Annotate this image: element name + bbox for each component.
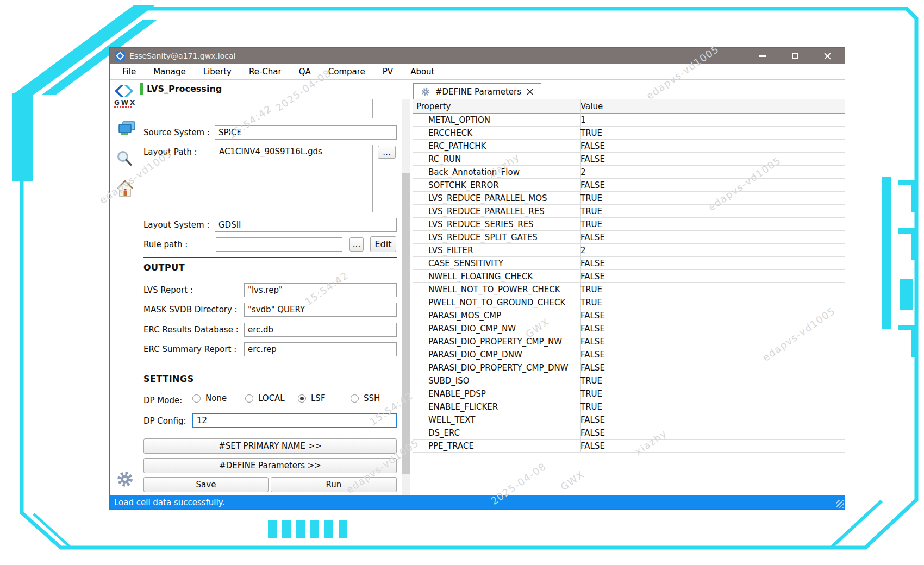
layout-path-browse-button[interactable]: ... (378, 146, 396, 159)
param-name: LVS_REDUCE_SPLIT_GATES (413, 233, 538, 242)
param-value: 2 (580, 246, 586, 255)
radio-circle[interactable] (351, 394, 359, 403)
table-row[interactable]: CASE_SENSITIVITYFALSE (413, 257, 845, 270)
tab-label: #DEFINE Parameters (435, 87, 521, 97)
param-value: FALSE (580, 233, 605, 242)
table-row[interactable]: ERC_PATHCHKFALSE (413, 140, 845, 153)
settings-heading: SETTINGS (143, 374, 194, 384)
set-primary-name-button[interactable]: #SET PRIMARY NAME >> (143, 438, 397, 454)
radio-option-ssh[interactable]: SSH (351, 393, 380, 403)
param-name: PARASI_MOS_CMP (413, 311, 501, 321)
param-name: ENABLE_FLICKER (413, 402, 498, 412)
radio-circle[interactable] (192, 394, 201, 403)
table-row[interactable]: ERCCHECKTRUE (413, 127, 845, 140)
table-row[interactable]: NWELL_FLOATING_CHECKFALSE (413, 270, 845, 283)
param-name: NWELL_FLOATING_CHECK (413, 272, 533, 281)
run-button[interactable]: Run (271, 477, 397, 492)
mask-svdb-label: MASK SVDB Directory : (143, 304, 238, 315)
minimize-button[interactable] (758, 52, 766, 60)
table-row[interactable]: LVS_REDUCE_PARALLEL_MOSTRUE (413, 192, 845, 205)
mask-svdb-input[interactable]: "svdb" QUERY (244, 303, 397, 317)
dp-mode-label: DP Mode: (143, 395, 182, 406)
param-value: TRUE (580, 402, 602, 412)
gear-icon[interactable] (117, 471, 133, 487)
param-value: FALSE (580, 350, 605, 360)
magnifier-icon[interactable] (117, 150, 132, 167)
rule-path-edit-button[interactable]: Edit (370, 236, 396, 252)
param-value: FALSE (580, 154, 605, 164)
rule-path-input[interactable] (216, 237, 342, 252)
table-row[interactable]: PARASI_DIO_CMP_NWFALSE (413, 322, 845, 335)
table-row[interactable]: ENABLE_FLICKERTRUE (413, 400, 845, 413)
rule-path-browse-button[interactable]: ... (349, 237, 364, 252)
layout-path-input[interactable]: AC1CINV4_90S9T16L.gds (215, 145, 373, 212)
radio-option-local[interactable]: LOCAL (245, 393, 285, 403)
column-property: Property (413, 102, 451, 111)
vertical-scrollbar[interactable] (402, 99, 410, 495)
radio-option-lsf[interactable]: LSF (298, 393, 326, 403)
table-row[interactable]: NWELL_NOT_TO_POWER_CHECKTRUE (413, 283, 845, 296)
status-text: Load cell data successfully. (114, 498, 224, 507)
resize-grip[interactable] (836, 500, 844, 508)
column-value: Value (580, 102, 603, 111)
dp-config-input[interactable]: 12 (192, 413, 397, 428)
table-row[interactable]: WELL_TEXTFALSE (413, 413, 845, 426)
app-window: EsseSanity@a171.gwx.local FileManageLibe… (109, 47, 845, 510)
menu-item-manage[interactable]: Manage (147, 67, 192, 77)
table-row[interactable]: SOFTCHK_ERRORFALSE (413, 179, 845, 192)
param-value: FALSE (580, 428, 605, 438)
menu-item-qa[interactable]: QA (293, 67, 317, 77)
page-title: LVS_Processing (147, 84, 222, 94)
param-value: FALSE (580, 180, 605, 190)
table-row[interactable]: LVS_REDUCE_SERIES_RESTRUE (413, 218, 845, 231)
tab-define-parameters[interactable]: #DEFINE Parameters (413, 83, 541, 99)
radio-circle[interactable] (298, 394, 306, 403)
scrollbar-thumb[interactable] (402, 173, 410, 474)
table-row[interactable]: Back_Annotation_Flow2 (413, 166, 845, 179)
monitor-icon[interactable] (118, 121, 136, 136)
decor-square (296, 520, 305, 538)
erc-summary-label: ERC Summary Report : (143, 344, 236, 355)
source-system-label: Source System : (143, 127, 210, 138)
param-name: WELL_TEXT (413, 415, 475, 425)
table-row[interactable]: PWELL_NOT_TO_GROUND_CHECKTRUE (413, 296, 845, 309)
save-button[interactable]: Save (143, 477, 269, 492)
param-value: FALSE (580, 324, 605, 334)
table-row[interactable]: LVS_REDUCE_PARALLEL_RESTRUE (413, 205, 845, 218)
param-value: FALSE (580, 311, 605, 321)
maximize-button[interactable] (790, 52, 799, 60)
param-value: FALSE (580, 441, 605, 451)
erc-summary-input[interactable]: erc.rep (244, 342, 397, 356)
table-row[interactable]: ENABLE_PDSPTRUE (413, 387, 845, 400)
menu-item-liberty[interactable]: Liberty (197, 67, 238, 77)
radio-label: SSH (364, 393, 380, 403)
table-row[interactable]: LVS_REDUCE_SPLIT_GATESFALSE (413, 231, 845, 244)
menu-item-rechar[interactable]: Re-Char (243, 67, 288, 77)
param-value: FALSE (580, 363, 605, 373)
param-value: FALSE (580, 259, 605, 268)
close-button[interactable] (823, 52, 832, 60)
radio-option-none[interactable]: None (192, 393, 227, 403)
table-header: Property Value (413, 99, 845, 114)
table-row[interactable]: PARASI_DIO_PROPERTY_CMP_DNWFALSE (413, 361, 845, 374)
menu-item-pv[interactable]: PV (377, 67, 399, 77)
table-row[interactable]: METAL_OPTION1 (413, 114, 845, 127)
status-bar: Load cell data successfully. (110, 495, 845, 509)
param-name: SOFTCHK_ERROR (413, 180, 499, 190)
erc-results-input[interactable]: erc.db (244, 323, 397, 337)
radio-circle[interactable] (245, 394, 253, 403)
gwx-logo-icon[interactable] (114, 84, 134, 98)
param-value: TRUE (580, 285, 602, 294)
menu-item-about[interactable]: About (404, 67, 440, 77)
table-row[interactable]: PARASI_MOS_CMPFALSE (413, 309, 845, 322)
table-row[interactable]: SUBD_ISOTRUE (413, 374, 845, 387)
layout-system-input[interactable]: GDSII (215, 218, 397, 232)
param-value: FALSE (580, 272, 605, 281)
close-tab-icon[interactable] (527, 89, 533, 95)
table-row[interactable]: LVS_FILTER2 (413, 244, 845, 257)
table-row[interactable]: DS_ERCFALSE (413, 426, 845, 440)
menu-item-file[interactable]: File (116, 67, 142, 77)
table-row[interactable]: PPE_TRACEFALSE (413, 440, 845, 453)
define-parameters-button[interactable]: #DEFINE Parameters >> (143, 458, 397, 473)
title-bar[interactable]: EsseSanity@a171.gwx.local (110, 48, 845, 64)
